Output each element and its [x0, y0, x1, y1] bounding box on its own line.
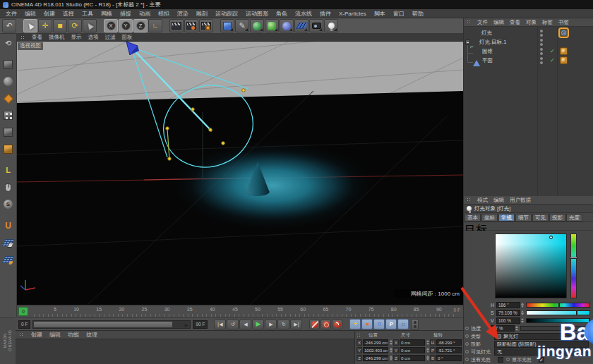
goto-end-button[interactable]: ▶| [290, 320, 302, 329]
undo-button[interactable]: ↶ [2, 19, 16, 32]
keyframe-circle-icon[interactable] [465, 342, 469, 346]
menu-xparticles[interactable]: X-Particles [339, 11, 366, 17]
move-tool-button[interactable]: ✛ [38, 19, 52, 32]
add-mograph-button[interactable] [265, 19, 279, 32]
size-x-field[interactable]: 0 cm [400, 339, 425, 346]
play-loop-button[interactable]: ↻ [277, 320, 289, 329]
spinner-icon[interactable] [520, 318, 524, 323]
rotate-tool-button[interactable]: ⟳ [68, 19, 82, 32]
pos-x-field[interactable]: -246.299 cm [363, 339, 388, 346]
polygons-mode-button[interactable] [1, 141, 16, 157]
lock-workplane-button[interactable] [1, 234, 16, 250]
tab-general[interactable]: 常规 [498, 214, 515, 222]
make-editable-button[interactable]: ⟲ [1, 35, 16, 51]
tab-basic[interactable]: 基本 [465, 214, 481, 222]
play-button[interactable]: ▶ [252, 320, 264, 329]
model-mode-button[interactable] [1, 56, 16, 73]
timeline-playhead[interactable]: 0 [18, 307, 28, 316]
saturation-value-box[interactable] [495, 233, 567, 298]
live-selection-button[interactable] [23, 19, 37, 32]
am-menu-mode[interactable]: 模式 [477, 197, 488, 204]
menu-mesh[interactable]: 网格 [101, 10, 112, 18]
enable-axis-button[interactable]: L [1, 162, 16, 178]
start-frame-field[interactable]: 0 F [18, 320, 30, 329]
slider-knob[interactable] [558, 303, 560, 308]
spinner-icon[interactable] [389, 348, 393, 353]
keyframe-circle-icon[interactable] [465, 327, 469, 330]
autokey-button[interactable] [321, 320, 331, 329]
om-menu-view[interactable]: 查看 [510, 19, 520, 26]
add-spline-button[interactable]: ✎ [235, 19, 249, 32]
sv-marker[interactable] [549, 236, 553, 239]
om-menu-bookmarks[interactable]: 书签 [558, 19, 569, 26]
intensity-slider[interactable] [520, 326, 590, 331]
hue-value-field[interactable]: 186 ° [496, 302, 520, 308]
tab-details[interactable]: 细节 [515, 214, 532, 222]
menu-snap[interactable]: 捕捉 [120, 10, 131, 18]
material-menu-texture[interactable]: 纹理 [86, 331, 97, 339]
light-type-dropdown[interactable]: 聚光灯 [494, 333, 589, 340]
saturation-slider[interactable] [526, 310, 590, 315]
menu-tools[interactable]: 工具 [82, 10, 93, 18]
keyframe-circle-icon[interactable] [465, 350, 469, 353]
scrollbar-right-arrow[interactable]: ▶ [185, 322, 188, 327]
rot-h-field[interactable]: -68.299 ° [436, 339, 462, 346]
keyframe-circle-icon[interactable] [506, 358, 510, 361]
object-row-cone[interactable]: 圆锥 ✓ [464, 47, 593, 56]
object-name[interactable]: 平面 [482, 57, 493, 64]
visibility-dots-icon[interactable] [540, 39, 543, 46]
render-region-button[interactable] [184, 19, 198, 32]
magnet-tool-button[interactable]: U [1, 217, 16, 233]
lock-z-axis-button[interactable]: Z [133, 19, 148, 32]
om-menu-file[interactable]: 文件 [477, 19, 488, 26]
panel-grip-icon[interactable] [20, 35, 25, 40]
viewport-menu-view[interactable]: 查看 [32, 34, 42, 41]
menu-animate[interactable]: 动画 [139, 10, 150, 18]
record-active-objects-button[interactable] [309, 320, 320, 329]
material-menu-edit[interactable]: 编辑 [49, 331, 61, 339]
object-tree[interactable]: 灯光 ⌐ 灯光.目标.1 圆锥 ✓ [464, 27, 593, 196]
view-type-label[interactable]: 透视视图 [18, 42, 43, 50]
enabled-check-icon[interactable]: ✓ [550, 58, 555, 63]
viewport-menu-options[interactable]: 选项 [88, 34, 99, 41]
points-mode-button[interactable] [1, 107, 16, 123]
spinner-icon[interactable] [426, 356, 429, 360]
rot-b-field[interactable]: 0 ° [436, 355, 462, 361]
menu-simulate[interactable]: 模拟 [158, 10, 169, 18]
phong-tag[interactable] [560, 47, 568, 55]
object-name[interactable]: 灯光.目标.1 [479, 39, 506, 46]
edges-mode-button[interactable] [1, 124, 16, 140]
om-menu-edit[interactable]: 编辑 [493, 19, 504, 26]
tab-coordinates[interactable]: 坐标 [481, 214, 498, 222]
add-deformer-button[interactable] [280, 19, 294, 32]
material-menu-create[interactable]: 创建 [31, 331, 42, 339]
size-z-field[interactable]: 0 cm [400, 355, 425, 361]
visibility-dots-icon[interactable] [540, 57, 543, 64]
size-y-field[interactable]: 0 cm [400, 347, 425, 353]
object-row-light-target[interactable]: ⌐ 灯光.目标.1 [464, 37, 593, 47]
next-frame-button[interactable]: ▶ [265, 320, 277, 329]
render-view-button[interactable] [169, 19, 184, 32]
play-backwards-loop-button[interactable]: ↺ [227, 320, 239, 329]
viewport-menu-display[interactable]: 显示 [71, 34, 82, 41]
viewport-menu-cameras[interactable]: 摄像机 [49, 34, 65, 41]
menu-create[interactable]: 创建 [44, 10, 55, 18]
panel-grip-icon[interactable] [467, 20, 472, 25]
viewport-canvas[interactable]: 网格间距 : 1000 cm 透视视图 [17, 42, 463, 305]
panel-grip-icon[interactable] [467, 198, 472, 202]
shadow-dropdown[interactable]: 阴影贴图 (软阴影) [494, 341, 589, 348]
coordinate-system-button[interactable]: ∟ [148, 19, 162, 32]
record-pla-toggle[interactable]: ∷ [397, 319, 409, 329]
tab-target[interactable]: 目标 [465, 223, 487, 230]
spinner-icon[interactable] [520, 310, 524, 315]
timeline-scrollbar-handle[interactable] [34, 322, 172, 327]
om-menu-tags[interactable]: 标签 [542, 19, 553, 26]
lock-y-axis-button[interactable]: Y [119, 19, 133, 32]
spinner-icon[interactable] [515, 326, 518, 331]
menu-select[interactable]: 选择 [63, 10, 74, 18]
keyframe-circle-icon[interactable] [465, 334, 469, 338]
show-illumination-checkbox[interactable]: ✓ [539, 357, 544, 363]
add-light-button[interactable] [324, 19, 338, 32]
pos-z-field[interactable]: -246.299 cm [363, 355, 388, 361]
brightness-value-field[interactable]: 100 % [496, 317, 520, 324]
